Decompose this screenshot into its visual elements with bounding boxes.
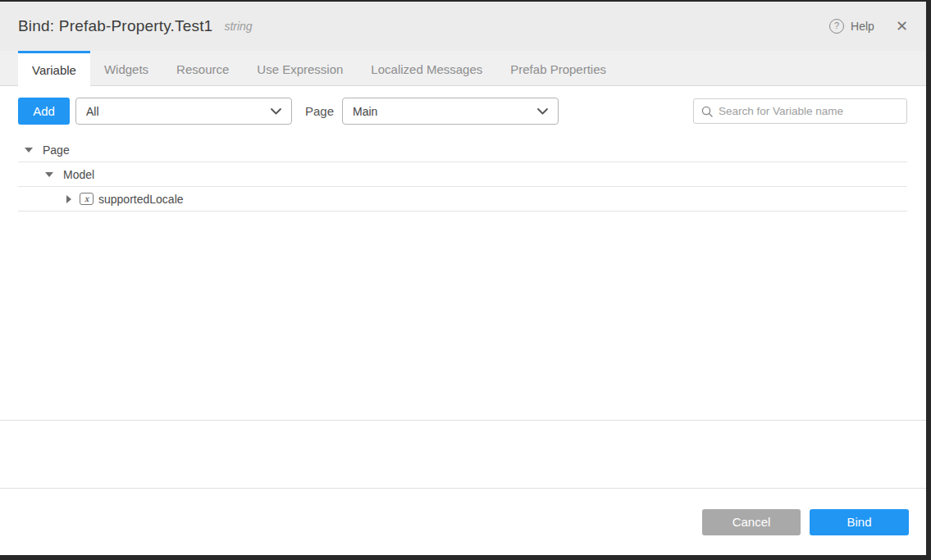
tab-label: Resource <box>176 62 229 76</box>
tree-node-label: supportedLocale <box>98 193 184 206</box>
dialog-header: Bind: Prefab-Property.Test1 string ? Hel… <box>0 2 926 51</box>
page-select[interactable]: Main <box>342 98 559 125</box>
tab-label: Localized Messages <box>371 62 482 76</box>
bind-dialog: Bind: Prefab-Property.Test1 string ? Hel… <box>0 2 926 555</box>
variable-icon: x <box>80 193 94 205</box>
tree-node-page[interactable]: Page <box>18 138 907 162</box>
tab-label: Prefab Properties <box>510 62 606 76</box>
dialog-footer: Cancel Bind <box>0 488 926 555</box>
bind-button[interactable]: Bind <box>810 509 909 535</box>
tree-node-label: Model <box>63 168 94 181</box>
chevron-down-icon <box>271 108 281 115</box>
variable-search-box <box>693 98 907 124</box>
page-select-value: Main <box>353 105 377 118</box>
preview-section <box>0 420 926 488</box>
collapse-arrow-icon[interactable] <box>45 172 53 177</box>
variable-filter-select[interactable]: All <box>75 98 292 125</box>
tab-variable[interactable]: Variable <box>18 51 90 86</box>
tab-label: Variable <box>32 63 76 77</box>
cancel-button[interactable]: Cancel <box>702 509 801 535</box>
header-actions: ? Help ✕ <box>829 19 908 34</box>
tab-localized-messages[interactable]: Localized Messages <box>357 51 496 85</box>
tab-resource[interactable]: Resource <box>162 51 243 85</box>
chevron-down-icon <box>537 108 548 115</box>
variable-tree: Page Model x supportedLocale <box>18 138 907 212</box>
collapse-arrow-icon[interactable] <box>25 148 33 153</box>
help-icon[interactable]: ? <box>829 19 844 34</box>
dialog-title: Bind: Prefab-Property.Test1 <box>18 17 212 35</box>
variable-toolbar: Add All Page Main <box>18 98 907 125</box>
tree-empty-area <box>0 212 926 420</box>
tree-node-model[interactable]: Model <box>18 162 907 187</box>
tab-bar: Variable Widgets Resource Use Expression… <box>0 51 926 86</box>
search-icon <box>701 106 713 117</box>
property-type-label: string <box>224 20 252 33</box>
tab-label: Widgets <box>104 62 148 76</box>
search-input[interactable] <box>719 105 899 117</box>
variable-filter-value: All <box>86 105 99 118</box>
tab-prefab-properties[interactable]: Prefab Properties <box>496 51 620 85</box>
close-icon[interactable]: ✕ <box>896 19 908 34</box>
help-link[interactable]: Help <box>851 20 874 33</box>
expand-arrow-icon[interactable] <box>66 195 71 203</box>
tree-node-label: Page <box>43 143 70 157</box>
tree-node-supportedlocale[interactable]: x supportedLocale <box>18 187 907 212</box>
page-label: Page <box>305 104 334 118</box>
tab-use-expression[interactable]: Use Expression <box>243 51 357 85</box>
tab-label: Use Expression <box>257 62 343 76</box>
tab-widgets[interactable]: Widgets <box>90 51 162 85</box>
add-variable-button[interactable]: Add <box>18 98 70 125</box>
